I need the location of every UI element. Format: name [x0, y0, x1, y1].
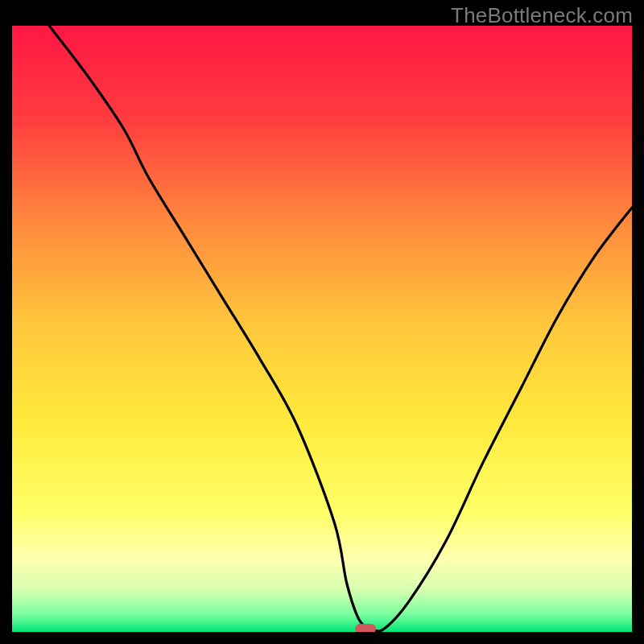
plot-area	[12, 26, 632, 632]
watermark-text: TheBottleneck.com	[451, 3, 633, 28]
chart-container: TheBottleneck.com	[0, 0, 644, 644]
optimal-point-marker	[355, 624, 376, 632]
bottleneck-curve	[12, 26, 632, 632]
